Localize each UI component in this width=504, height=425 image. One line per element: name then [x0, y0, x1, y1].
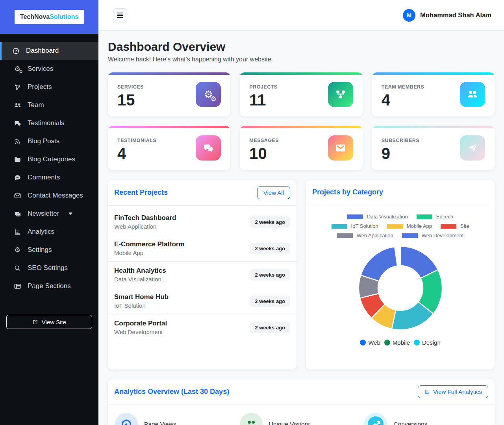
view-site-button[interactable]: View Site — [6, 315, 92, 329]
legend-item[interactable]: Web Application — [333, 233, 398, 238]
sidebar-item-team[interactable]: Team — [0, 96, 98, 114]
sidebar-item-seo-settings[interactable]: SEO Settings — [0, 259, 98, 277]
main-area: M Mohammad Shah Alam Dashboard Overview … — [98, 0, 504, 425]
legend-item[interactable]: Data Visualization — [343, 214, 412, 220]
project-row[interactable]: FinTech Dashboard Web Application 2 week… — [108, 209, 296, 235]
metric-unique-visitors: Unique Visitors — [239, 413, 364, 425]
search-icon — [13, 264, 21, 272]
stat-card-team-members[interactable]: TEAM MEMBERS 4 — [372, 72, 495, 116]
legend-item[interactable]: IoT Solution — [327, 223, 383, 229]
project-row[interactable]: Smart Home Hub IoT Solution 2 weeks ago — [108, 288, 296, 314]
brand-name-secondary: Solutions — [50, 13, 78, 20]
sidebar-item-comments[interactable]: Comments — [0, 168, 98, 187]
project-category: Web Development — [114, 329, 167, 335]
users-icon — [13, 101, 21, 109]
doughnut-chart[interactable] — [356, 244, 445, 334]
category-panel-title: Projects by Category — [312, 188, 383, 196]
sidebar-item-services[interactable]: ⚙⚙ Services — [0, 60, 98, 78]
gauge-eye-icon — [115, 413, 138, 425]
metric-label: Conversions — [393, 421, 427, 425]
sidebar-item-settings[interactable]: ⚙ Settings — [0, 241, 98, 259]
project-row[interactable]: Corporate Portal Web Development 2 weeks… — [108, 314, 296, 340]
sidebar-item-blog-posts[interactable]: Blog Posts — [0, 132, 98, 150]
sidebar-item-projects[interactable]: Projects — [0, 78, 98, 96]
sidebar-item-analytics[interactable]: Analytics — [0, 223, 98, 241]
sidebar-item-label: Blog Posts — [28, 137, 59, 145]
legend-dot — [360, 340, 366, 346]
project-name: FinTech Dashboard — [114, 214, 176, 222]
recent-projects-panel: Recent Projects View All FinTech Dashboa… — [108, 180, 296, 370]
sidebar-item-label: Projects — [28, 83, 52, 91]
stat-card-services[interactable]: SERVICES 15 ⚙⚙ — [108, 72, 230, 116]
card-accent-bar — [372, 72, 495, 75]
view-site-label: View Site — [42, 319, 66, 325]
analytics-header: Analytics Overview (Last 30 Days) View F… — [108, 379, 495, 405]
trend-arrow-icon — [364, 413, 387, 425]
legend-item[interactable]: Web Development — [398, 233, 468, 238]
category-chart-body: Data Visualization EdTech IoT Solution M… — [306, 205, 495, 346]
project-row[interactable]: Health Analytics Data Visualization 2 we… — [108, 261, 296, 288]
sidebar-item-label: Newsletter — [28, 210, 59, 218]
analytics-title: Analytics Overview (Last 30 Days) — [114, 388, 229, 396]
sidebar-item-testimonials[interactable]: Testimonials — [0, 114, 98, 132]
project-time-badge: 2 weeks ago — [250, 322, 290, 333]
content: Dashboard Overview Welcome back! Here's … — [98, 31, 504, 425]
sidebar-toggle-button[interactable] — [113, 8, 127, 22]
table-list-icon — [13, 282, 21, 290]
bottom-legend-item: Design — [414, 339, 441, 346]
legend-swatch — [347, 214, 363, 219]
stats-grid: SERVICES 15 ⚙⚙ PROJECTS 11 TEAM MEMBERS … — [108, 72, 495, 170]
envelope-icon — [13, 192, 21, 200]
stat-card-projects[interactable]: PROJECTS 11 — [240, 72, 362, 116]
sidebar-item-blog-categories[interactable]: Blog Categories — [0, 150, 98, 168]
brand-name-primary: TechNova — [20, 13, 50, 20]
newsletter-icon — [13, 210, 21, 218]
page-title: Dashboard Overview — [108, 40, 495, 54]
legend-swatch — [337, 233, 353, 238]
project-time-badge: 2 weeks ago — [250, 243, 290, 254]
sidebar-item-label: Dashboard — [26, 47, 59, 55]
legend-swatch — [387, 224, 403, 229]
sidebar-item-contact-messages[interactable]: Contact Messages — [0, 187, 98, 205]
legend-item[interactable]: EdTech — [412, 214, 458, 220]
stat-card-subscribers[interactable]: SUBSCRIBERS 9 — [372, 126, 495, 170]
card-accent-bar — [240, 126, 362, 128]
sidebar-item-label: Analytics — [28, 228, 54, 236]
sidebar-item-label: Blog Categories — [28, 155, 75, 163]
metric-page-views: Page Views — [114, 413, 239, 425]
sidebar-nav: Dashboard ⚙⚙ Services Projects Team Test… — [0, 42, 98, 295]
metric-conversions: Conversions — [363, 413, 488, 425]
share-nodes-icon — [328, 82, 353, 107]
folder-icon — [13, 155, 21, 163]
sidebar-item-page-sections[interactable]: Page Sections — [0, 277, 98, 295]
sidebar-item-label: Comments — [28, 174, 60, 181]
metric-label: Page Views — [144, 421, 176, 425]
sidebar-item-newsletter[interactable]: Newsletter — [0, 205, 98, 223]
project-category: IoT Solution — [114, 302, 169, 309]
sidebar-item-label: Contact Messages — [28, 192, 83, 200]
view-full-analytics-button[interactable]: View Full Analytics — [418, 385, 488, 398]
bottom-legend-item: Web — [360, 339, 380, 346]
legend-item[interactable]: Mobile App — [383, 223, 436, 229]
stat-card-messages[interactable]: MESSAGES 10 — [240, 126, 362, 170]
legend-item[interactable]: Site — [436, 223, 473, 229]
view-all-button[interactable]: View All — [257, 186, 290, 199]
legend-swatch — [441, 224, 456, 229]
legend-swatch — [417, 214, 432, 219]
topbar: M Mohammad Shah Alam — [98, 0, 504, 31]
sidebar-item-dashboard[interactable]: Dashboard — [0, 42, 98, 60]
project-name: Corporate Portal — [114, 320, 167, 327]
chart-bars-icon — [13, 228, 21, 236]
brand-logo[interactable]: TechNovaSolutions — [15, 10, 84, 24]
comment-dots-icon — [13, 174, 21, 181]
stat-card-testimonials[interactable]: TESTIMONIALS 4 — [108, 126, 230, 170]
recent-projects-title: Recent Projects — [114, 188, 168, 197]
project-list: FinTech Dashboard Web Application 2 week… — [108, 206, 296, 340]
avatar: M — [403, 9, 415, 22]
user-menu[interactable]: M Mohammad Shah Alam — [403, 9, 491, 22]
projects-by-category-panel: Projects by Category Data Visualization … — [306, 180, 495, 370]
chat-bubbles-icon — [13, 119, 21, 127]
card-accent-bar — [108, 126, 230, 128]
project-category: Data Visualization — [114, 276, 166, 283]
project-row[interactable]: E-Commerce Platform Mobile App 2 weeks a… — [108, 235, 296, 261]
